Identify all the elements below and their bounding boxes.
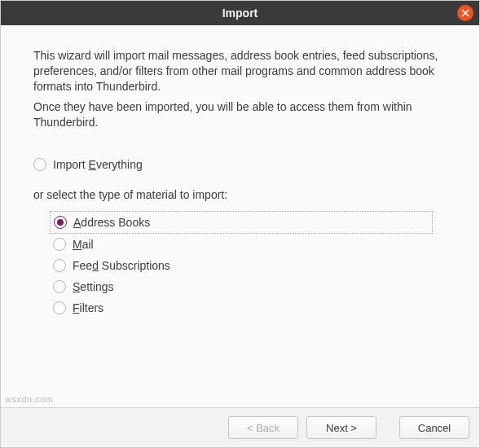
radio-mail[interactable]: Mail — [50, 234, 433, 255]
cancel-button[interactable]: Cancel — [399, 416, 469, 439]
import-type-options: Address Books Mail Feed Subscriptions Se… — [33, 211, 433, 318]
radio-label-filters: Filters — [73, 301, 103, 314]
intro-paragraph-1: This wizard will import mail messages, a… — [33, 48, 455, 94]
close-button[interactable] — [457, 5, 473, 21]
close-icon — [461, 9, 469, 17]
select-type-label: or select the type of material to import… — [33, 188, 455, 201]
radio-label-mail: Mail — [73, 238, 94, 251]
radio-import-everything[interactable]: Import Everything — [33, 156, 455, 173]
radio-label-feed: Feed Subscriptions — [73, 259, 170, 272]
intro-text: This wizard will import mail messages, a… — [33, 48, 455, 134]
import-dialog: Import This wizard will import mail mess… — [0, 0, 480, 448]
radio-input-settings[interactable] — [53, 280, 66, 293]
intro-paragraph-2: Once they have been imported, you will b… — [33, 99, 455, 130]
radio-input-filters[interactable] — [53, 301, 66, 314]
watermark: wsxdn.com — [5, 394, 54, 404]
radio-input-address-books[interactable] — [54, 216, 67, 229]
radio-input-everything[interactable] — [33, 158, 46, 171]
radio-input-mail[interactable] — [53, 238, 66, 251]
dialog-content: This wizard will import mail messages, a… — [1, 25, 479, 407]
radio-input-feed[interactable] — [53, 259, 66, 272]
radio-label-address-books: Address Books — [73, 216, 150, 229]
radio-filters[interactable]: Filters — [50, 297, 433, 318]
dialog-footer: < Back Next > Cancel — [1, 407, 479, 447]
radio-label-settings: Settings — [73, 280, 114, 293]
radio-label-everything: Import Everything — [53, 158, 143, 171]
radio-settings[interactable]: Settings — [50, 276, 433, 297]
titlebar: Import — [1, 1, 479, 25]
next-button[interactable]: Next > — [306, 416, 377, 439]
window-title: Import — [1, 7, 479, 20]
radio-feed-subscriptions[interactable]: Feed Subscriptions — [50, 255, 433, 276]
back-button[interactable]: < Back — [228, 416, 298, 439]
radio-address-books[interactable]: Address Books — [50, 211, 433, 234]
